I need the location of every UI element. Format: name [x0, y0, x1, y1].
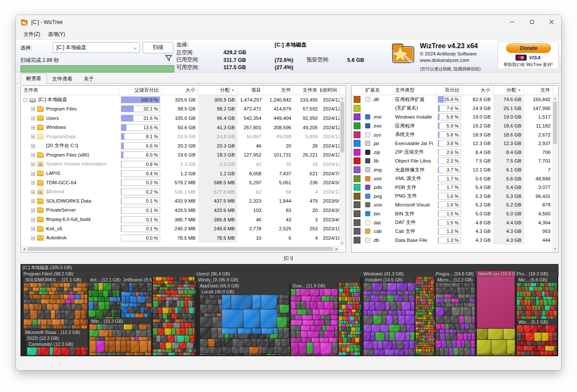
column-header-2[interactable]: 大小 — [162, 86, 198, 95]
tree-expander[interactable]: - — [23, 98, 27, 102]
title-bar[interactable]: [C:] - WizTree — [16, 15, 561, 29]
treemap-region-label[interactable]: Progra... (24.8 GB) — [434, 271, 477, 277]
tree-expander[interactable]: + — [31, 116, 35, 120]
treemap-region-label[interactable]: Win... (10.3 GB) — [89, 318, 151, 324]
table-row[interactable]: +SOLIDWORKS Data0.1 %433.9 MB437.5 MB2,3… — [21, 197, 346, 206]
scroll-down-icon[interactable]: ▼ — [552, 246, 558, 252]
tree-expander[interactable]: + — [31, 181, 35, 185]
scroll-up-icon[interactable]: ▲ — [340, 96, 345, 101]
treemap-region-label[interactable]: Pro... (18.3 GB) — [515, 271, 559, 277]
table-row[interactable]: .libObject File Libra2.3 %7.5 GB7.5 GB7,… — [351, 157, 558, 166]
column-header-4[interactable]: 项目 — [237, 86, 264, 95]
tree-expander[interactable]: + — [31, 227, 35, 231]
table-row[interactable]: -[C:] 本地磁盘100.0 %325.6 GB305.5 GB1,474,2… — [21, 95, 346, 105]
treemap-region-label[interactable]: Installer\ (14.5 GB) — [363, 277, 415, 283]
table-row[interactable]: +System Volume Information0.8 %2.3 GB2.3… — [21, 160, 346, 169]
table-row[interactable]: +[20 文件在 C:\]6.6 %20.2 GB20.3 GB46202620… — [21, 141, 346, 151]
treemap-region-label[interactable]: dot... (12.1 GB) — [88, 277, 120, 283]
table-row[interactable]: .img光盘映像文件3.7 %12.1 GB6.1 GB7 — [351, 166, 558, 174]
scroll-up-icon[interactable]: ▲ — [552, 96, 558, 101]
treemap-region-label[interactable]: Micro... (12.2 GB) — [436, 277, 475, 283]
file-types-vertical-scrollbar[interactable]: ▲ ▼ — [552, 96, 558, 252]
table-row[interactable]: +$Extend0.2 %536.1 MB577.8 MB625842024/1… — [21, 187, 346, 197]
treemap-region-label[interactable]: 2022\ (12.3 GB) — [25, 335, 88, 341]
scan-button[interactable]: 扫描 — [143, 42, 173, 53]
scroll-left-icon[interactable]: ◀ — [21, 247, 27, 251]
treemap-region-label[interactable]: Win... (5.1 GB) — [517, 319, 557, 325]
scroll-right-icon[interactable]: ▶ — [334, 247, 340, 251]
tree-expander[interactable]: + — [31, 126, 35, 130]
column-header-color[interactable] — [351, 86, 363, 95]
column-header-7[interactable]: 修改时间 — [320, 86, 340, 95]
table-row[interactable]: +ffmpeg-6.0-full_build0.1 %385.7 MB385.8… — [21, 215, 346, 224]
column-header-0[interactable]: 文件夹 — [21, 86, 119, 95]
filter-funnel-icon[interactable] — [165, 54, 173, 62]
table-row[interactable]: .msiWindows Installe5.8 %19.0 GB19.0 GB1… — [351, 113, 558, 122]
column-header-3[interactable]: 分配▼ — [198, 86, 237, 95]
column-header-分配[interactable]: 分配▼ — [493, 86, 524, 95]
treemap-region-label[interactable]: Windy_D\ (95.9 GB) — [196, 277, 360, 283]
tree-expander[interactable]: + — [31, 144, 35, 148]
table-row[interactable]: .binBIN 文件1.5 %5.0 GB5.0 GB4,560 — [351, 209, 558, 218]
tree-expander[interactable]: + — [31, 199, 35, 203]
table-row[interactable]: .cabCab 文件1.3 %4.3 GB4.3 GB953 — [351, 227, 558, 236]
tree-expander[interactable]: + — [31, 236, 35, 240]
table-row[interactable]: .sys系统文件5.8 %18.9 GB18.6 GB2,672 — [351, 130, 558, 139]
tree-expander[interactable]: + — [31, 172, 35, 176]
table-row[interactable]: +LAPIS0.4 %1.2 GB1.2 GB8,0587,4376212024… — [21, 169, 346, 178]
treemap-region-label[interactable]: Community\ (12.3 GB) — [27, 341, 88, 347]
tree-expander[interactable]: + — [31, 107, 35, 111]
treemap-region-label[interactable]: Users\ (96.4 GB) — [195, 271, 362, 277]
treemap-region-label[interactable]: Program Files\ (98.2 GB) — [22, 271, 195, 277]
table-row[interactable]: .jarExecutable Jar Fi3.8 %12.3 GB12.3 GB… — [351, 139, 558, 148]
folder-tree-vertical-scrollbar[interactable]: ▲ ▼ — [340, 96, 345, 246]
table-row[interactable]: +Keil_v50.1 %245.2 MB249.6 MB2,7782,5252… — [21, 224, 346, 233]
minimize-button[interactable] — [502, 15, 522, 29]
tree-expander[interactable]: + — [31, 153, 35, 157]
table-row[interactable]: .pdbPDB 文件1.7 %5.4 GB5.4 GB3,077 — [351, 183, 558, 192]
treemap-region-label[interactable]: hiberfil.sys (16.0 GB) — [477, 271, 515, 277]
treemap-region-label[interactable]: Windows\ (41.3 GB) — [362, 271, 434, 277]
table-row[interactable]: +Autodesk0.0 %78.5 MB78.5 MB10642024/10 — [21, 233, 346, 243]
treemap-region-label[interactable]: Microsoft Visua... (12.3 GB) — [23, 329, 88, 335]
treemap-region-label[interactable]: Mic... (5.6 GB) — [517, 277, 557, 283]
treemap-region-label[interactable]: Local\ (40.0 GB) — [200, 289, 289, 295]
column-header-5[interactable]: 文件 — [264, 86, 294, 95]
table-row[interactable]: .datDAT 文件1.5 %4.8 GB4.4 GB4,364 — [351, 218, 558, 227]
column-header-6[interactable]: 文件夹 — [294, 86, 320, 95]
table-row[interactable]: +Users31.6 %105.6 GB96.4 GB542,354449,40… — [21, 113, 346, 123]
tree-expander[interactable]: + — [31, 135, 35, 139]
treemap[interactable]: [C:] 本地磁盘 (305.5 GB)Program Files\ (98.2… — [21, 264, 558, 356]
table-row[interactable]: .xmlXML 源文件1.7 %5.6 GB5.6 GB48,849 — [351, 174, 558, 183]
column-header-文件[interactable]: 文件 — [524, 86, 553, 95]
table-row[interactable]: +ProgramData8.1 %24.9 GB24.8 GB54,86749,… — [21, 132, 346, 141]
column-header-百分比[interactable]: 百分比 — [436, 86, 463, 95]
table-row[interactable]: .dll应用程序扩展25.4 %82.6 GB74.6 GB156,842 — [351, 95, 558, 104]
tree-expander[interactable]: + — [31, 209, 35, 212]
maximize-button[interactable] — [522, 15, 542, 29]
tab-about[interactable]: 关于 — [79, 74, 99, 84]
table-row[interactable]: .vsixMicrosoft Visual1.6 %5.2 GB5.2 GB87… — [351, 200, 558, 209]
tree-expander[interactable]: + — [31, 218, 35, 222]
table-row[interactable]: +Program Files (x86)6.0 %19.6 GB18.3 GB1… — [21, 151, 346, 160]
table-row[interactable]: .zipZIP 压缩文件2.6 %8.4 GB8.4 GB706 — [351, 148, 558, 157]
menu-options[interactable]: 选项(Y) — [44, 29, 68, 39]
tab-tree-view[interactable]: 树查看 — [21, 73, 47, 84]
scroll-down-icon[interactable]: ▼ — [340, 241, 345, 246]
treemap-region-label[interactable]: JetBrains\ (9.5 GB) — [121, 277, 152, 283]
table-row[interactable]: +Program Files32.1 %98.5 GB98.2 GB472,47… — [21, 105, 346, 114]
drive-select[interactable]: [C:] 本地磁盘 — [53, 42, 140, 53]
table-row[interactable]: +PrivateServer0.1 %429.5 MB429.6 MB10383… — [21, 206, 346, 215]
table-row[interactable]: .dbData Base File1.3 %4.3 GB4.3 GB444 — [351, 236, 558, 245]
table-row[interactable]: +Windows13.5 %50.6 GB41.3 GB257,801208,5… — [21, 123, 346, 132]
column-header-1[interactable]: 父级百分比 — [119, 86, 162, 95]
folder-tree-horizontal-scrollbar[interactable]: ◀ ▶ — [21, 246, 340, 252]
tree-expander[interactable]: + — [31, 190, 35, 194]
table-row[interactable]: +TDM-GCC-640.2 %579.2 MB588.5 MB5,2975,0… — [21, 178, 346, 187]
treemap-region-label[interactable]: AppData\ (56.0 GB) — [198, 283, 289, 289]
table-row[interactable]: .exe应用程序5.9 %19.2 GB18.6 GB11,182 — [351, 122, 558, 131]
website-link[interactable]: www.diskanalyzer.com — [420, 58, 469, 63]
column-header-文件类型[interactable]: 文件类型 — [392, 86, 436, 95]
tab-file-view[interactable]: 文件查看 — [47, 74, 78, 84]
treemap-region-label[interactable]: SOLIDWORKS ... (21.1 GB) — [23, 277, 88, 283]
